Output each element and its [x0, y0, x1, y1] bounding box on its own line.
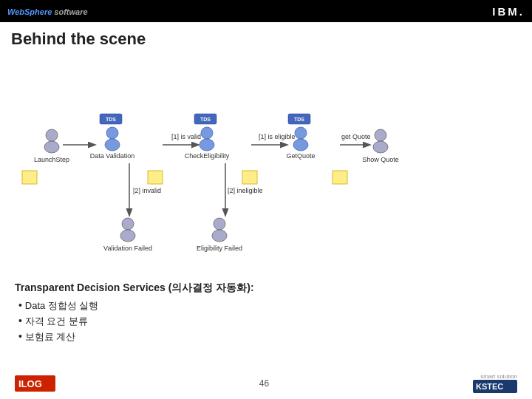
node-validation-failed: Validation Failed: [103, 218, 152, 252]
bullet-item-2: 자격 요건 분류: [18, 315, 517, 328]
svg-text:LaunchStep: LaunchStep: [34, 156, 69, 163]
svg-text:ILOG: ILOG: [18, 378, 42, 389]
footer-left: ILOG: [15, 375, 55, 392]
brand-suffix: software: [52, 7, 87, 16]
bullet-item-3: 보험료 계산: [18, 330, 517, 344]
ibm-logo: IBM.: [492, 5, 525, 18]
websphere-logo: WebSphere software: [7, 4, 88, 18]
svg-text:[2] ineligible: [2] ineligible: [228, 187, 263, 194]
svg-text:get Quote: get Quote: [341, 133, 371, 140]
page-title: Behind the scene: [0, 22, 532, 52]
node-launch: LaunchStep: [34, 129, 69, 163]
svg-text:TDS: TDS: [200, 117, 211, 122]
svg-point-36: [212, 230, 227, 242]
svg-point-30: [373, 141, 388, 153]
text-section: Transparent Decision Services (의사결정 자동화)…: [0, 274, 532, 349]
footer-right: smart solution KSTEC: [473, 373, 517, 393]
bullet-list: Data 정합성 실행 자격 요건 분류 보험료 계산: [15, 299, 517, 344]
svg-text:Validation Failed: Validation Failed: [103, 245, 152, 252]
svg-rect-40: [242, 171, 257, 184]
svg-point-26: [295, 127, 307, 139]
svg-text:TDS: TDS: [294, 117, 304, 122]
svg-point-12: [44, 141, 59, 153]
svg-text:Eligibility Failed: Eligibility Failed: [197, 245, 242, 252]
svg-text:[1] is valid: [1] is valid: [171, 133, 201, 140]
svg-point-22: [200, 139, 214, 151]
bullet-item-1: Data 정합성 실행: [18, 299, 517, 313]
brand-name: WebSphere: [7, 7, 52, 16]
svg-point-35: [214, 218, 225, 230]
svg-point-29: [375, 129, 386, 141]
svg-point-27: [293, 139, 308, 151]
svg-point-16: [106, 127, 118, 139]
flow-diagram: [1] is valid [1] is eligible get Quote […: [7, 56, 525, 270]
header: WebSphere software IBM.: [0, 0, 532, 22]
kstec-logo: KSTEC: [473, 380, 517, 393]
section-title: Transparent Decision Services (의사결정 자동화)…: [15, 282, 517, 295]
svg-text:CheckEligibility: CheckEligibility: [185, 152, 230, 160]
node-data-validation: TDS Data Validation: [90, 114, 134, 160]
kstec-small-label: smart solution: [480, 373, 517, 380]
svg-text:GetQuote: GetQuote: [286, 152, 315, 160]
svg-point-32: [122, 218, 134, 230]
main-content: [1] is valid [1] is eligible get Quote […: [0, 52, 532, 274]
page-number: 46: [259, 378, 269, 389]
svg-rect-38: [22, 171, 37, 184]
ilog-logo: ILOG: [15, 375, 55, 392]
svg-text:KSTEC: KSTEC: [476, 382, 503, 391]
svg-text:[2] invalid: [2] invalid: [133, 187, 161, 194]
diagram-area: [1] is valid [1] is eligible get Quote […: [7, 56, 525, 270]
svg-point-21: [201, 127, 213, 139]
svg-point-11: [46, 129, 58, 141]
svg-rect-39: [148, 171, 163, 184]
svg-point-33: [120, 230, 135, 242]
footer: ILOG 46 smart solution KSTEC: [0, 373, 532, 393]
svg-text:[1] is eligible: [1] is eligible: [259, 133, 296, 140]
svg-text:Data Validation: Data Validation: [90, 152, 134, 160]
svg-text:Show Quote: Show Quote: [362, 156, 399, 163]
svg-rect-41: [332, 171, 347, 184]
svg-point-17: [105, 139, 120, 151]
node-eligibility-failed: Eligibility Failed: [197, 218, 242, 252]
svg-text:TDS: TDS: [106, 117, 116, 122]
